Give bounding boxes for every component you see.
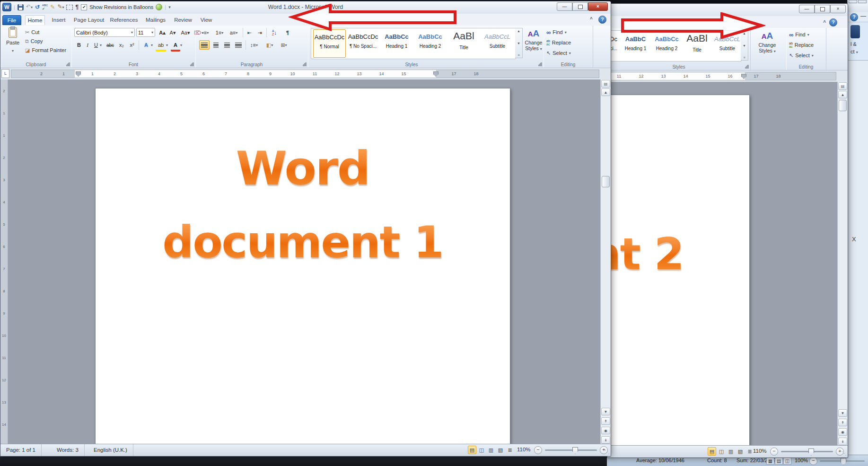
justify-button[interactable] xyxy=(233,40,244,50)
wordart-text-2[interactable]: document 2 xyxy=(607,229,684,280)
bullets-button[interactable]: •≡▾ xyxy=(199,28,211,37)
scrollbar-thumb[interactable] xyxy=(839,100,847,111)
excel-column-header-x[interactable]: X xyxy=(852,236,856,243)
gallery-down-icon[interactable]: ▼ xyxy=(743,44,746,47)
window1-document-area[interactable]: 21123456789101112131415 Word document 1 … xyxy=(0,79,611,444)
tab-file[interactable]: File xyxy=(2,15,21,25)
ruler-toggle-button[interactable]: ▤ xyxy=(601,80,610,88)
zoom-level[interactable]: 110% xyxy=(517,447,531,452)
fullscreen-reading-button[interactable]: ◫ xyxy=(717,447,726,456)
outline-button[interactable]: ▧ xyxy=(496,446,505,454)
tab-references[interactable]: References xyxy=(108,15,140,25)
close-button[interactable]: × xyxy=(588,2,608,11)
fullscreen-reading-button[interactable]: ◫ xyxy=(477,446,486,454)
increase-indent-button[interactable]: ⇥ xyxy=(255,28,264,37)
web-layout-button[interactable]: ▥ xyxy=(487,446,495,454)
style-item-heading2[interactable]: AaBbCc Heading 2 xyxy=(414,29,447,58)
minimize-button[interactable]: — xyxy=(799,5,815,13)
excel-help-icon[interactable]: ? xyxy=(850,13,858,21)
find-button[interactable]: ∞ Find ▾ xyxy=(789,30,809,39)
browse-object-button[interactable]: ◉ xyxy=(838,428,847,436)
cut-button[interactable]: ✂ Cut xyxy=(25,28,39,36)
web-layout-button[interactable]: ▥ xyxy=(727,447,735,456)
page-count-indicator[interactable]: Page: 1 of 1 xyxy=(0,444,42,456)
text-effects-dropdown[interactable]: ▾ xyxy=(151,43,153,47)
tab-page-layout[interactable]: Page Layout xyxy=(72,15,105,25)
styles-dialog-launcher[interactable] xyxy=(538,62,542,66)
find-button[interactable]: ∞ Find ▾ xyxy=(546,28,567,36)
styles-gallery-scroll[interactable]: ▲ ▼ ≡ xyxy=(515,28,523,58)
copy-button[interactable]: ⧉ Copy xyxy=(25,37,43,45)
decrease-indent-button[interactable]: ⇤ xyxy=(245,28,254,37)
browse-object-button[interactable]: ◉ xyxy=(601,427,610,434)
next-page-button[interactable]: ↡ xyxy=(601,436,610,444)
print-layout-button[interactable]: ▤ xyxy=(708,447,716,456)
replace-button[interactable]: abac Replace xyxy=(546,38,571,47)
text-effects-button[interactable]: A xyxy=(141,40,151,50)
zoom-slider-thumb[interactable] xyxy=(808,448,814,456)
gallery-more-icon[interactable]: ≡ xyxy=(517,53,519,57)
scroll-up-button[interactable]: ▲ xyxy=(838,91,847,98)
scroll-up-button[interactable]: ▲ xyxy=(601,88,610,96)
gallery-up-icon[interactable]: ▲ xyxy=(517,29,520,33)
styles-dialog-launcher[interactable] xyxy=(745,65,749,69)
tab-selector[interactable]: L xyxy=(1,69,9,78)
document-page-1[interactable]: Word document 1 xyxy=(95,88,510,444)
h-ruler-1[interactable]: 21 123456789101112131415 1718 xyxy=(11,70,599,78)
minimize-button[interactable]: — xyxy=(557,2,572,11)
excel-ribbon-minimize-icon[interactable]: — xyxy=(860,13,866,19)
align-right-button[interactable] xyxy=(222,40,232,50)
line-spacing-button[interactable]: ↕≡▾ xyxy=(247,40,261,50)
v-ruler-1[interactable]: 21123456789101112131415 xyxy=(0,79,8,444)
tab-insert[interactable]: Insert xyxy=(48,15,70,25)
draft-button[interactable]: ≣ xyxy=(506,446,514,454)
font-dialog-launcher[interactable] xyxy=(190,62,194,66)
zoom-slider-thumb[interactable] xyxy=(572,447,578,454)
zoom-slider[interactable] xyxy=(545,449,597,451)
change-case-button[interactable]: Aa▾ xyxy=(179,28,192,37)
style-item-subtitle[interactable]: AaBbCcL Subtitle xyxy=(481,29,514,58)
underline-button[interactable]: U xyxy=(92,40,100,50)
collapse-ribbon-icon[interactable]: ^ xyxy=(823,20,826,25)
close-button[interactable]: × xyxy=(830,5,846,13)
shading-button[interactable]: ◧▾ xyxy=(263,40,276,50)
sort-button[interactable]: AZ ↓ xyxy=(268,28,281,37)
font-color-button[interactable]: A xyxy=(171,40,180,52)
zoom-out-button[interactable]: − xyxy=(534,446,542,454)
subscript-button[interactable]: x₂ xyxy=(117,40,126,50)
italic-button[interactable]: I xyxy=(84,40,91,50)
highlight-button[interactable]: ab xyxy=(156,40,166,52)
select-button[interactable]: ↖ Select ▾ xyxy=(789,51,814,60)
zoom-out-button[interactable]: − xyxy=(770,448,778,456)
zoom-level[interactable]: 110% xyxy=(753,448,767,454)
help-icon[interactable]: ? xyxy=(829,18,837,26)
align-center-button[interactable] xyxy=(210,40,221,50)
numbering-button[interactable]: 1≡▾ xyxy=(213,28,226,37)
bold-button[interactable]: B xyxy=(75,40,83,50)
excel-maximize-button[interactable] xyxy=(858,0,867,3)
scrollbar-2[interactable]: ▤ ▲ ▼ ↟ ◉ ↡ xyxy=(837,82,848,446)
grow-font-button[interactable]: A▴ xyxy=(157,28,167,37)
excel-page-layout-view-button[interactable]: ▤ xyxy=(775,457,783,465)
replace-button[interactable]: abac Replace xyxy=(789,41,814,49)
font-name-combo[interactable]: Calibri (Body) ▾ xyxy=(74,28,135,37)
help-icon[interactable]: ? xyxy=(598,16,606,24)
paragraph-dialog-launcher[interactable] xyxy=(303,62,307,66)
resize-grip[interactable]: ⋱ xyxy=(605,449,610,455)
wordart-line-2[interactable]: document 1 xyxy=(96,217,510,268)
tab-review[interactable]: Review xyxy=(172,15,194,25)
strikethrough-button[interactable]: abc xyxy=(105,40,116,50)
print-layout-button[interactable]: ▤ xyxy=(468,446,476,454)
underline-dropdown[interactable]: ▾ xyxy=(100,43,102,47)
format-painter-button[interactable]: ◪ Format Painter xyxy=(25,46,66,54)
resize-grip[interactable]: ⋱ xyxy=(842,450,847,457)
gallery-more-icon[interactable]: ≡ xyxy=(743,56,745,59)
style-item-normal[interactable]: AaBbCcDc ¶ Normal xyxy=(313,29,346,58)
scroll-down-button[interactable]: ▼ xyxy=(601,408,610,415)
multilevel-list-button[interactable]: a≡▾ xyxy=(228,28,240,37)
excel-zoom-out-button[interactable]: − xyxy=(809,457,817,465)
previous-page-button[interactable]: ↟ xyxy=(601,417,610,425)
zoom-slider[interactable] xyxy=(781,451,833,452)
scroll-down-button[interactable]: ▼ xyxy=(838,409,847,417)
document-page-2[interactable]: document 2 xyxy=(607,95,750,446)
